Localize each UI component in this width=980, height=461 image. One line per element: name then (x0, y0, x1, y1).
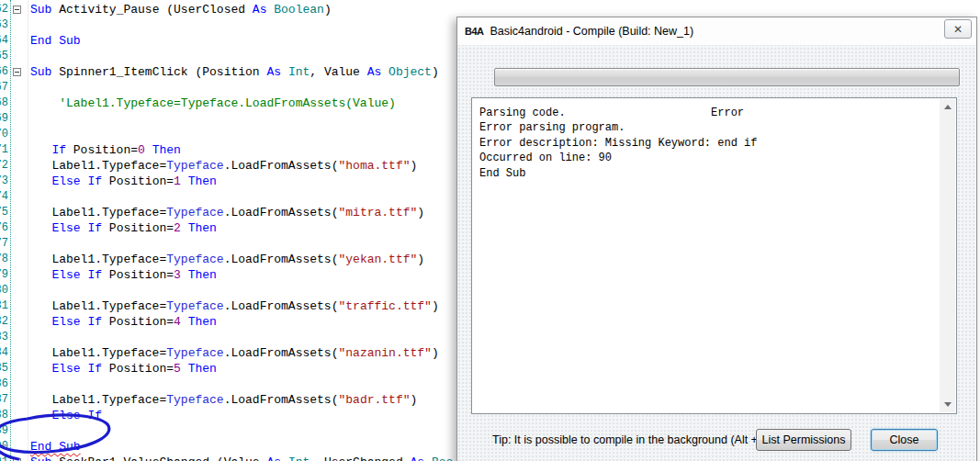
token-p: , UserChanged (310, 455, 410, 461)
token-k: As (367, 65, 389, 79)
line-number: 75 (0, 205, 8, 220)
list-permissions-button[interactable]: List Permissions (756, 429, 851, 451)
token-p (30, 362, 51, 376)
token-t: Boolean (274, 3, 324, 17)
token-p: .LoadFromAssets( (224, 206, 339, 219)
dialog-title: Basic4android - Compile (Build: New_1) (490, 25, 694, 38)
tip-text: Tip: It is possible to compile in the ba… (492, 433, 774, 446)
token-k: Sub (30, 65, 59, 79)
line-number: 89 (0, 423, 8, 439)
token-p: ) (411, 393, 418, 407)
token-o: Typeface (166, 393, 223, 407)
line-number: 66 (0, 64, 8, 80)
output-scrollbar[interactable] (940, 99, 955, 412)
token-p: ) (411, 159, 418, 173)
token-k: If (51, 143, 73, 157)
close-icon[interactable]: ✕ (944, 19, 972, 39)
fold-collapse-icon[interactable] (13, 6, 21, 14)
token-k: As (253, 3, 274, 17)
token-k: End Sub (30, 34, 81, 48)
token-p (30, 315, 51, 329)
line-number: 90 (0, 439, 8, 455)
token-p: .LoadFromAssets( (224, 253, 339, 266)
line-number: 67 (0, 80, 8, 96)
line-number: 72 (0, 158, 8, 174)
b4a-app-icon: B4A (465, 26, 484, 37)
token-p: Label1.Typeface= (30, 346, 166, 360)
token-n: 3 (174, 268, 181, 282)
line-number: 63 (0, 17, 8, 33)
token-p: Position= (109, 268, 174, 282)
compiler-output-area[interactable]: Parsing code. Error Error parsing progra… (471, 97, 957, 414)
scroll-up-icon[interactable] (940, 99, 955, 115)
token-n: 0 (138, 143, 145, 157)
compile-progress-bar (494, 68, 960, 86)
line-number: 78 (0, 252, 8, 267)
token-t: Boo (432, 455, 453, 461)
token-p: Label1.Typeface= (30, 393, 166, 407)
token-p (30, 268, 51, 282)
line-number: 64 (0, 33, 8, 49)
token-p: ) (432, 346, 439, 360)
token-n: 2 (174, 221, 181, 235)
token-k: As (266, 65, 287, 79)
token-k: Then (181, 221, 217, 235)
token-t: Object (389, 65, 432, 79)
token-p: ) (324, 3, 332, 17)
token-o: Typeface (166, 206, 223, 219)
line-number: 88 (0, 408, 8, 423)
token-k: End Sub (30, 440, 81, 454)
token-p (30, 174, 51, 188)
line-number: 77 (0, 236, 8, 252)
token-p: .LoadFromAssets( (224, 159, 339, 173)
token-k: Else If (51, 268, 108, 282)
token-k: Then (181, 315, 217, 329)
code-text: Sub Activity_Pause (UserClosed As Boolea… (0, 2, 980, 17)
token-p: .LoadFromAssets( (224, 346, 339, 360)
token-k: Sub (30, 3, 59, 17)
token-p: ) (417, 206, 424, 219)
line-number: 68 (0, 96, 8, 111)
scroll-down-icon[interactable] (940, 397, 955, 412)
screen: 62Sub Activity_Pause (UserClosed As Bool… (0, 0, 980, 461)
line-number: 62 (0, 2, 8, 17)
line-number: 84 (0, 345, 8, 361)
token-s: "nazanin.ttf" (338, 346, 431, 360)
token-p: Label1.Typeface= (30, 206, 166, 219)
token-p: Spinner1_ItemClick (Position (59, 65, 266, 79)
token-p: Label1.Typeface= (30, 253, 166, 266)
code-line[interactable]: 62Sub Activity_Pause (UserClosed As Bool… (0, 2, 980, 17)
dialog-titlebar[interactable]: B4A Basic4android - Compile (Build: New_… (457, 17, 976, 45)
line-number: 81 (0, 298, 8, 314)
token-c: 'Label1.Typeface=Typeface.LoadFromAssets… (30, 96, 396, 110)
line-number: 74 (0, 189, 8, 205)
token-p (30, 221, 51, 235)
token-k: Else If (51, 221, 108, 235)
compiler-output-text: Parsing code. Error Error parsing progra… (472, 98, 956, 181)
token-o: Typeface (166, 159, 223, 173)
token-p: .LoadFromAssets( (224, 393, 339, 407)
token-p: ) (417, 253, 424, 266)
line-number: 65 (0, 49, 8, 64)
line-number: 87 (0, 392, 8, 408)
token-p: ) (432, 65, 439, 79)
token-k: Else If (51, 409, 102, 422)
token-p (30, 409, 51, 422)
token-k: As (411, 455, 432, 461)
token-p: SeekBar1_ValueChanged (Value (59, 455, 266, 461)
token-p: Position= (109, 362, 174, 376)
token-k: Then (145, 143, 181, 157)
close-button[interactable]: Close (871, 429, 938, 451)
line-number: 69 (0, 111, 8, 127)
token-s: "mitra.ttf" (338, 206, 417, 219)
token-p: Activity_Pause (UserClosed (59, 3, 253, 17)
line-number: 71 (0, 142, 8, 158)
token-p: , Value (310, 65, 366, 79)
token-p: Label1.Typeface= (30, 159, 166, 173)
token-n: 5 (174, 362, 181, 376)
token-k: Then (181, 268, 217, 282)
token-s: "homa.ttf" (338, 159, 410, 173)
line-number: 83 (0, 330, 8, 345)
fold-collapse-icon[interactable] (13, 68, 21, 76)
line-number: 91 (0, 455, 8, 461)
